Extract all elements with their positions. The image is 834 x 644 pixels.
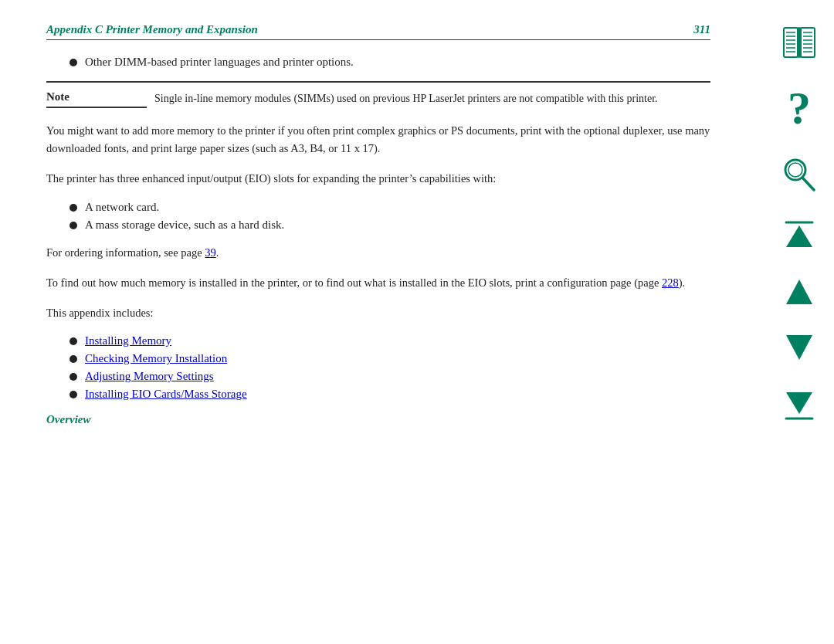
paragraph-2: The printer has three enhanced input/out… [46, 170, 710, 188]
page-number: 311 [693, 23, 710, 36]
capability-bullets: A network card. A mass storage device, s… [70, 201, 710, 232]
bullet-dot [70, 59, 77, 66]
book-icon[interactable] [779, 23, 819, 65]
footer-overview: Overview [46, 413, 710, 426]
bullet-network: A network card. [85, 201, 159, 214]
bullet-dot [70, 355, 77, 363]
p3-suffix: . [216, 246, 219, 259]
arrow-bottom-icon[interactable] [780, 388, 819, 425]
arrow-up-icon[interactable] [780, 276, 819, 310]
link-page-39[interactable]: 39 [205, 246, 216, 259]
toc-list: Installing Memory Checking Memory Instal… [70, 334, 710, 401]
header: Appendix C Printer Memory and Expansion … [46, 23, 710, 40]
p4-prefix: To find out how much memory is installed… [46, 276, 662, 289]
note-label: Note [46, 90, 147, 108]
svg-marker-25 [786, 392, 812, 414]
bullet-storage: A mass storage device, such as a hard di… [85, 219, 284, 232]
p4-suffix: ). [679, 276, 685, 289]
toc-link-4[interactable]: Installing EIO Cards/Mass Storage [85, 388, 247, 401]
bullet-text-1: Other DIMM-based printer languages and p… [85, 56, 354, 69]
list-item: Adjusting Memory Settings [70, 370, 710, 383]
paragraph-1: You might want to add more memory to the… [46, 122, 710, 158]
note-text: Single in-line memory modules (SIMMs) us… [154, 90, 658, 108]
svg-marker-24 [786, 335, 812, 360]
search-icon[interactable] [781, 156, 817, 196]
list-item: Installing Memory [70, 334, 710, 347]
p3-prefix: For ordering information, see page [46, 246, 205, 259]
paragraph-5: This appendix includes: [46, 304, 710, 322]
svg-marker-22 [786, 225, 812, 247]
arrow-top-icon[interactable] [780, 218, 819, 255]
link-page-228[interactable]: 228 [662, 276, 679, 289]
list-item: Other DIMM-based printer languages and p… [70, 56, 710, 69]
chapter-title: Appendix C Printer Memory and Expansion [46, 23, 258, 36]
bullet-dot [70, 337, 77, 345]
list-item: Installing EIO Cards/Mass Storage [70, 388, 710, 401]
intro-bullets: Other DIMM-based printer languages and p… [70, 56, 710, 69]
toc-link-1[interactable]: Installing Memory [85, 334, 171, 347]
toc-link-2[interactable]: Checking Memory Installation [85, 352, 227, 365]
toc-link-3[interactable]: Adjusting Memory Settings [85, 370, 214, 383]
arrow-down-icon[interactable] [780, 332, 819, 366]
svg-text:?: ? [788, 86, 811, 131]
paragraph-3: For ordering information, see page 39. [46, 244, 710, 262]
main-content: Appendix C Printer Memory and Expansion … [46, 23, 710, 621]
bullet-dot [70, 222, 77, 229]
list-item: A network card. [70, 201, 710, 214]
svg-marker-23 [786, 280, 812, 304]
bullet-dot [70, 373, 77, 381]
svg-point-20 [788, 163, 802, 177]
svg-line-19 [802, 178, 814, 190]
bullet-dot [70, 204, 77, 212]
list-item: A mass storage device, such as a hard di… [70, 219, 710, 232]
note-section: Note Single in-line memory modules (SIMM… [46, 81, 710, 108]
sidebar-icons: ? [772, 23, 826, 425]
bullet-dot [70, 391, 77, 398]
list-item: Checking Memory Installation [70, 352, 710, 365]
question-icon[interactable]: ? [783, 86, 815, 134]
paragraph-4: To find out how much memory is installed… [46, 274, 710, 292]
